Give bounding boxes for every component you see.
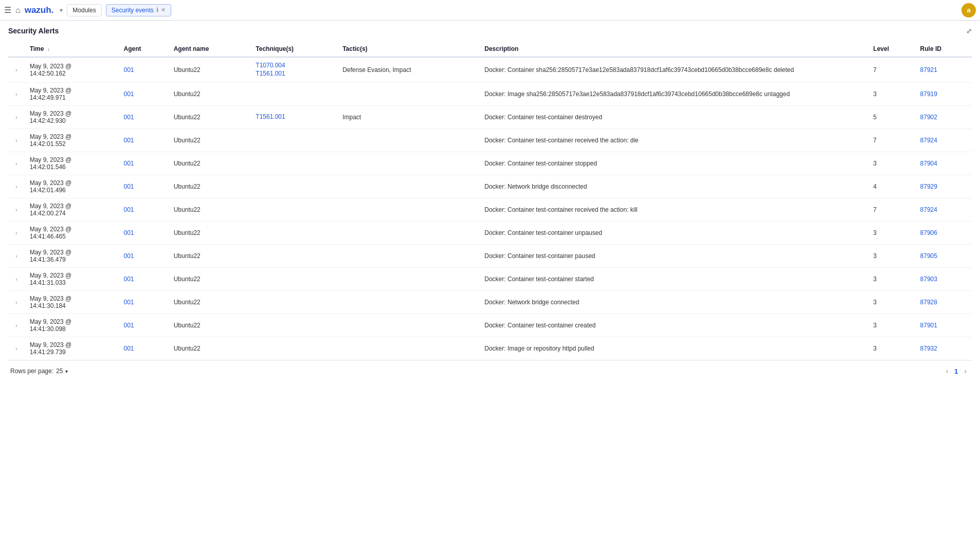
technique-link[interactable]: T1070.004 (256, 62, 332, 69)
rule-id-link[interactable]: 87932 (920, 345, 937, 352)
col-time[interactable]: Time ↓ (25, 41, 119, 57)
row-expand-button[interactable]: › (13, 113, 20, 121)
col-level[interactable]: Level (868, 41, 915, 57)
agent-link[interactable]: 001 (123, 229, 134, 236)
agent-link[interactable]: 001 (123, 90, 134, 98)
user-avatar[interactable]: a (961, 3, 976, 17)
row-agent-name: Ubuntu22 (169, 106, 251, 129)
col-rule-id[interactable]: Rule ID (915, 41, 972, 57)
hamburger-icon[interactable]: ☰ (4, 5, 11, 15)
logo-chevron-icon[interactable]: ▾ (60, 7, 63, 14)
row-agent: 001 (118, 222, 168, 245)
agent-link[interactable]: 001 (123, 137, 134, 144)
sort-icon: ↓ (47, 46, 50, 52)
row-expand-button[interactable]: › (13, 90, 20, 98)
row-techniques (250, 222, 337, 245)
row-description: Docker: Container test-container destroy… (479, 106, 868, 129)
row-tactics (337, 337, 479, 360)
technique-link[interactable]: T1561.001 (256, 113, 332, 120)
agent-link[interactable]: 001 (123, 160, 134, 167)
alerts-table: Time ↓ Agent Agent name Technique(s) Tac… (8, 41, 972, 360)
rule-id-link[interactable]: 87901 (920, 322, 937, 329)
rows-per-page-selector[interactable]: Rows per page: 25 ▾ (10, 368, 68, 375)
row-time: May 9, 2023 @ 14:42:50.162 (25, 57, 119, 83)
agent-link[interactable]: 001 (123, 66, 134, 74)
row-agent: 001 (118, 106, 168, 129)
row-expand-button[interactable]: › (13, 159, 20, 168)
tab-close-icon[interactable]: ✕ (161, 7, 166, 13)
agent-link[interactable]: 001 (123, 299, 134, 306)
row-agent-name: Ubuntu22 (169, 175, 251, 198)
topbar: ☰ ⌂ wazuh. ▾ Modules Security events ℹ ✕… (0, 0, 980, 21)
row-agent-name: Ubuntu22 (169, 337, 251, 360)
row-expand-button[interactable]: › (13, 252, 20, 260)
rule-id-link[interactable]: 87902 (920, 114, 937, 121)
row-level: 3 (868, 152, 915, 175)
row-expand-button[interactable]: › (13, 298, 20, 306)
row-expand-button[interactable]: › (13, 229, 20, 237)
rule-id-link[interactable]: 87919 (920, 90, 937, 98)
row-expand-button[interactable]: › (13, 344, 20, 353)
row-description: Docker: Image or repository httpd pulled (479, 337, 868, 360)
row-tactics (337, 222, 479, 245)
pagination-current-page[interactable]: 1 (954, 368, 958, 375)
table-body: ›May 9, 2023 @ 14:42:50.162001Ubuntu22T1… (8, 57, 972, 360)
agent-link[interactable]: 001 (123, 183, 134, 190)
agent-link[interactable]: 001 (123, 252, 134, 260)
row-rule-id: 87904 (915, 152, 972, 175)
row-agent: 001 (118, 268, 168, 291)
pagination: ‹ 1 › (942, 366, 970, 376)
rule-id-link[interactable]: 87904 (920, 160, 937, 167)
tab-label: Security events (112, 7, 154, 14)
agent-link[interactable]: 001 (123, 276, 134, 283)
row-expand-button[interactable]: › (13, 321, 20, 329)
col-agent-name[interactable]: Agent name (169, 41, 251, 57)
row-rule-id: 87905 (915, 245, 972, 268)
row-description: Docker: Container test-container stopped (479, 152, 868, 175)
row-level: 5 (868, 106, 915, 129)
row-expand-button[interactable]: › (13, 136, 20, 144)
expand-icon[interactable]: ⤢ (966, 27, 972, 35)
rule-id-link[interactable]: 87921 (920, 66, 937, 74)
row-time: May 9, 2023 @ 14:41:30.184 (25, 291, 119, 314)
row-expand-button[interactable]: › (13, 275, 20, 283)
rule-id-link[interactable]: 87928 (920, 299, 937, 306)
row-time: May 9, 2023 @ 14:41:29.739 (25, 337, 119, 360)
agent-link[interactable]: 001 (123, 322, 134, 329)
agent-link[interactable]: 001 (123, 345, 134, 352)
table-row: ›May 9, 2023 @ 14:41:29.739001Ubuntu22Do… (8, 337, 972, 360)
row-description: Docker: Network bridge disconnected (479, 175, 868, 198)
row-agent-name: Ubuntu22 (169, 152, 251, 175)
row-expand-button[interactable]: › (13, 206, 20, 214)
row-time: May 9, 2023 @ 14:41:46.465 (25, 222, 119, 245)
technique-link[interactable]: T1561.001 (256, 70, 332, 77)
row-tactics (337, 129, 479, 152)
row-techniques (250, 175, 337, 198)
row-description: Docker: Image sha256:28505717e3ae12e583a… (479, 83, 868, 106)
col-techniques[interactable]: Technique(s) (250, 41, 337, 57)
col-agent[interactable]: Agent (118, 41, 168, 57)
row-level: 7 (868, 57, 915, 83)
home-icon[interactable]: ⌂ (15, 6, 21, 15)
security-events-tab[interactable]: Security events ℹ ✕ (106, 4, 171, 16)
modules-button[interactable]: Modules (67, 4, 101, 16)
agent-link[interactable]: 001 (123, 114, 134, 121)
row-expand-button[interactable]: › (13, 66, 20, 74)
row-level: 3 (868, 222, 915, 245)
row-time: May 9, 2023 @ 14:42:01.546 (25, 152, 119, 175)
agent-link[interactable]: 001 (123, 206, 134, 213)
rule-id-link[interactable]: 87924 (920, 206, 937, 213)
rule-id-link[interactable]: 87929 (920, 183, 937, 190)
rule-id-link[interactable]: 87906 (920, 229, 937, 236)
row-expand-button[interactable]: › (13, 182, 20, 191)
rule-id-link[interactable]: 87924 (920, 137, 937, 144)
col-tactics[interactable]: Tactic(s) (337, 41, 479, 57)
row-description: Docker: Container test-container started (479, 268, 868, 291)
pagination-prev-button[interactable]: ‹ (942, 366, 951, 376)
rule-id-link[interactable]: 87905 (920, 252, 937, 260)
col-description[interactable]: Description (479, 41, 868, 57)
row-techniques (250, 268, 337, 291)
row-description: Docker: Container test-container created (479, 314, 868, 337)
rule-id-link[interactable]: 87903 (920, 276, 937, 283)
pagination-next-button[interactable]: › (961, 366, 970, 376)
